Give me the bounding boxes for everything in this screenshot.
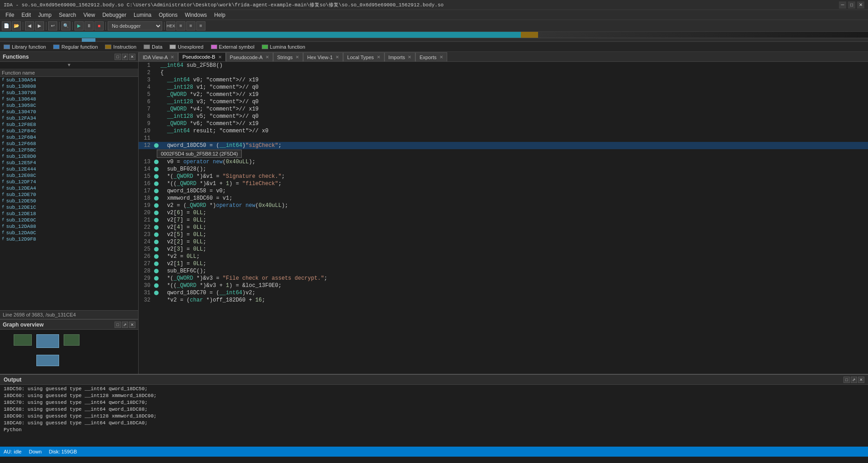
code-line[interactable]: 12 qword_18DC50 = (__int64)"sigCheck"; [139, 142, 868, 149]
list-item[interactable]: fsub_12FA34 [0, 115, 138, 121]
list-item[interactable]: fsub_12F5BC [0, 147, 138, 153]
code-line[interactable]: 10 __int64 result; "comment">// x0 [139, 127, 868, 135]
code-area[interactable]: 1__int64 sub_2F5B8()2{3 __int64 v0; "com… [139, 62, 868, 374]
tab-close-button[interactable]: ✕ [295, 55, 299, 60]
tab-close-button[interactable]: ✕ [335, 55, 339, 60]
code-line[interactable]: 11 [139, 135, 868, 142]
breakpoint-dot[interactable] [154, 160, 159, 164]
breakpoint-dot[interactable] [154, 167, 159, 171]
minimize-button[interactable]: ─ [839, 1, 846, 9]
open-button[interactable]: 📂 [12, 21, 21, 30]
list-item[interactable]: fsub_12DF74 [0, 179, 138, 185]
graph-float-button[interactable]: ⇗ [122, 322, 128, 328]
menu-item-file[interactable]: File [2, 11, 18, 19]
tab-close-button[interactable]: ✕ [408, 55, 411, 60]
list-item[interactable]: fsub_12DE18 [0, 211, 138, 217]
code-line[interactable]: 30 *((_QWORD *)&v3 + 1) = &loc_13F0E0; [139, 282, 868, 289]
code-line[interactable]: 17 qword_18DC58 = v0; [139, 187, 868, 195]
functions-list[interactable]: fsub_130A54fsub_130808fsub_130798fsub_13… [0, 77, 138, 310]
tab-close-button[interactable]: ✕ [377, 55, 380, 60]
panel-close-button[interactable]: ✕ [129, 54, 135, 60]
list-item[interactable]: fsub_12DA88 [0, 223, 138, 230]
breakpoint-dot[interactable] [154, 240, 159, 244]
code-line[interactable]: 23 v2[5] = 0LL; [139, 231, 868, 238]
breakpoint-dot[interactable] [154, 291, 159, 295]
list-item[interactable]: fsub_12F668 [0, 141, 138, 147]
hex-button[interactable]: HEX [166, 21, 175, 30]
code-line[interactable]: 27 v2[1] = 0LL; [139, 260, 868, 267]
breakpoint-dot[interactable] [154, 181, 159, 186]
scrollbar-thumb[interactable] [82, 38, 95, 42]
list-item[interactable]: fsub_130470 [0, 109, 138, 115]
list-item[interactable]: fsub_130648 [0, 96, 138, 102]
back-button[interactable]: ◀ [25, 21, 34, 30]
tab-hex-view-1[interactable]: Hex View-1✕ [303, 52, 343, 61]
breakpoint-dot[interactable] [154, 254, 159, 259]
tab-pseudocode-b[interactable]: Pseudocode-B✕ [178, 52, 225, 61]
tab-exports[interactable]: Exports✕ [415, 52, 447, 61]
code-line[interactable]: 20 v2[6] = 0LL; [139, 209, 868, 216]
code-line[interactable]: 13 v0 = operator new(0x40uLL); [139, 158, 868, 166]
code-line[interactable]: 3 __int64 v0; "comment">// x19 [139, 76, 868, 84]
breakpoint-dot[interactable] [154, 225, 159, 230]
list-item[interactable]: fsub_12DE50 [0, 198, 138, 204]
breakpoint-dot[interactable] [154, 196, 159, 201]
undo-button[interactable]: ↩ [48, 21, 57, 30]
menu-item-debugger[interactable]: Debugger [99, 11, 130, 19]
code-line[interactable]: 28 sub_BEF6C(); [139, 267, 868, 275]
tab-pseudocode-a[interactable]: Pseudocode-A✕ [226, 52, 273, 61]
new-button[interactable]: 📄 [2, 21, 11, 30]
breakpoint-dot[interactable] [154, 211, 159, 215]
graph-close-button[interactable]: ✕ [129, 322, 135, 328]
comment-button[interactable]: ≡ [196, 21, 205, 30]
run-button[interactable]: ▶ [75, 21, 84, 30]
breakpoint-dot[interactable] [154, 283, 159, 288]
breakpoint-dot[interactable] [154, 203, 159, 208]
menu-item-lumina[interactable]: Lumina [130, 11, 155, 19]
output-content[interactable]: 18DC50: using guessed type __int64 qword… [0, 385, 868, 447]
code-line[interactable]: 15 *(_QWORD *)&v1 = "Signature check."; [139, 173, 868, 180]
tab-local-types[interactable]: Local Types✕ [343, 52, 384, 61]
breakpoint-dot[interactable] [154, 174, 159, 179]
breakpoint-dot[interactable] [154, 189, 159, 193]
indent-button[interactable]: ≡ [176, 21, 185, 30]
menu-item-view[interactable]: View [80, 11, 99, 19]
menu-item-help[interactable]: Help [210, 11, 229, 19]
panel-float-button[interactable]: ⇗ [122, 54, 128, 60]
code-line[interactable]: 16 *((_QWORD *)&v1 + 1) = "fileCheck"; [139, 180, 868, 187]
search-button[interactable]: 🔍 [61, 21, 70, 30]
list-item[interactable]: fsub_12E5F4 [0, 160, 138, 166]
list-item[interactable]: fsub_12E08C [0, 172, 138, 179]
debugger-select[interactable]: No debugger [108, 21, 162, 30]
list-item[interactable]: fsub_12DE70 [0, 191, 138, 198]
tab-close-button[interactable]: ✕ [218, 55, 222, 60]
list-item[interactable]: fsub_12DEA4 [0, 185, 138, 191]
code-line[interactable]: 26 *v2 = 0LL; [139, 253, 868, 260]
code-line[interactable]: 2{ [139, 69, 868, 76]
code-line[interactable]: 1__int64 sub_2F5B8() [139, 62, 868, 69]
pause-button[interactable]: ⏸ [85, 21, 94, 30]
tab-close-button[interactable]: ✕ [265, 55, 269, 60]
code-line[interactable]: 32 *v2 = (char *)off_182D60 + 16; [139, 297, 868, 304]
list-item[interactable]: fsub_13058C [0, 102, 138, 109]
graph-maximize-button[interactable]: □ [115, 322, 121, 328]
breakpoint-dot[interactable] [154, 276, 159, 281]
menu-item-edit[interactable]: Edit [18, 11, 35, 19]
list-item[interactable]: fsub_12DE1C [0, 204, 138, 211]
code-line[interactable]: 4 __int128 v1; "comment">// q0 [139, 84, 868, 91]
tab-close-button[interactable]: ✕ [439, 55, 443, 60]
code-line[interactable]: 31 qword_18DC70 = (__int64)v2; [139, 289, 868, 297]
code-line[interactable]: 24 v2[2] = 0LL; [139, 238, 868, 246]
menu-item-windows[interactable]: Windows [181, 11, 211, 19]
code-line[interactable]: 25 v2[3] = 0LL; [139, 246, 868, 253]
breakpoint-dot[interactable] [154, 232, 159, 237]
list-item[interactable]: fsub_12D9F8 [0, 236, 138, 242]
menu-item-jump[interactable]: Jump [35, 11, 55, 19]
tab-strings[interactable]: Strings✕ [273, 52, 303, 61]
output-float-button[interactable]: ⇗ [851, 377, 857, 383]
code-line[interactable]: 21 v2[7] = 0LL; [139, 216, 868, 224]
output-maximize-button[interactable]: □ [843, 377, 850, 383]
code-line[interactable]: 14 sub_BF028(); [139, 166, 868, 173]
code-line[interactable]: 7 _QWORD *v4; "comment">// x19 [139, 106, 868, 113]
list-item[interactable]: fsub_12E444 [0, 166, 138, 172]
